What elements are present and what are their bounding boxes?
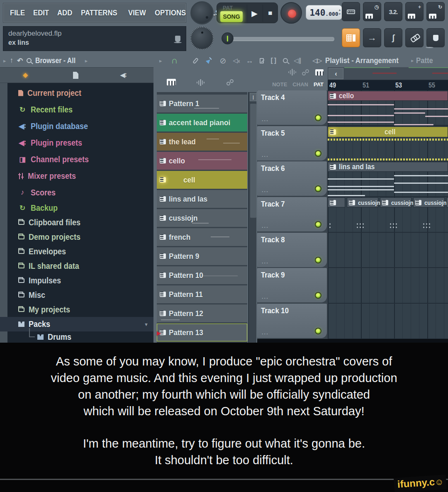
master-pitch-knob[interactable] [190,1,214,24]
pat-mode-label[interactable]: PAT [223,5,233,11]
smart-disable-button[interactable] [426,28,445,47]
track-header-10[interactable]: Track 10 ... [257,304,327,338]
pattern-list-scrollbar[interactable]: | [248,92,256,343]
clip-cussiojn[interactable]: cussiojn [413,197,445,207]
playlist-breadcrumb[interactable]: Playlist - Arrangement [325,56,399,65]
tab-pat[interactable]: PAT [314,81,324,88]
track-menu-dots[interactable]: ... [262,258,269,265]
main-volume-knob[interactable] [190,27,214,50]
stop-button[interactable]: ■ [263,5,278,22]
track-enable-led[interactable] [315,328,321,334]
piano-view-icon[interactable] [167,79,176,85]
track-enable-led[interactable] [315,257,321,263]
pattern-row-6[interactable]: lins and las [157,190,247,208]
chevron-down-icon[interactable]: ▼ [144,322,149,327]
clip-lins-and-las[interactable]: lins and las [328,162,448,197]
browser-item-drums[interactable]: Drums [7,331,153,343]
browser-item-packs[interactable]: Packs ▼ [0,317,153,331]
up-arrow-icon[interactable]: ↑ [10,56,14,65]
browser-item-impulses[interactable]: Impulses [7,273,153,288]
typing-keyboard-to-piano-button[interactable] [342,2,360,21]
track-header-5[interactable]: Track 5 ... [257,126,327,161]
track-menu-dots[interactable]: ... [262,329,269,336]
tab-note[interactable]: NOTE [272,81,287,88]
track-menu-dots[interactable]: ... [262,187,269,193]
browser-item-my-projects[interactable]: My projects [7,302,153,317]
track-enable-led[interactable] [315,185,321,192]
slip-tool-icon[interactable]: ↔ [246,56,253,65]
track-header-8[interactable]: Track 8 ... [257,233,327,267]
delete-tool-icon[interactable]: ⊘ [219,56,226,66]
spin-up-icon[interactable]: ▲ [339,8,341,12]
track-header-7[interactable]: Track 7 ... [257,197,327,231]
menu-edit[interactable]: EDIT [33,8,49,17]
plugins-tab-icon[interactable]: ◀∶ [120,71,127,79]
overview-toggle-button[interactable] [342,28,360,47]
clip-cello[interactable]: cello [328,91,448,126]
loop-record-button[interactable]: + [405,2,424,21]
select-tool-icon[interactable]: [] [270,57,276,64]
pattern-row-10[interactable]: Pattern 10 [157,266,247,284]
track-enable-led[interactable] [315,221,321,228]
pattern-scroll-button[interactable]: | [250,93,257,101]
track-header-6[interactable]: Track 6 ... [257,161,327,196]
paint-tool-icon[interactable] [206,58,212,63]
browser-item-plugin-database[interactable]: ◀∶ Plugin database [7,118,153,134]
track-header-4[interactable]: Track 4 ... [257,90,327,125]
search-icon[interactable] [27,58,32,63]
zoom-tool-icon[interactable] [283,58,288,63]
pattern-row-4[interactable]: cello [157,152,247,170]
tempo-spinner[interactable]: ▲ ▼ [339,8,341,16]
browser-item-mixer-presets[interactable]: Mixer presets [7,168,153,184]
undo-arrow-icon[interactable]: ↶ [17,56,23,65]
spin-down-icon[interactable]: ▼ [339,12,341,16]
playback-tool-icon[interactable]: ◁∥ [294,57,302,64]
waveform-tab-icon[interactable] [288,69,296,76]
draw-tool-icon[interactable] [192,57,199,64]
waveform-view-icon[interactable] [197,79,205,86]
pattern-row-8[interactable]: french [157,228,247,246]
plugin-picker-icon[interactable] [175,36,180,42]
playlist-hscrollbar[interactable]: ‹ [328,67,448,80]
collapse-arrow-icon[interactable]: ▸ [3,58,6,64]
browser-item-envelopes[interactable]: Envelopes [7,244,153,259]
main-pitch-slider-handle[interactable] [222,32,234,44]
clip-group-cussiojn[interactable]: cussiojn cussiojn cussiojn [328,197,448,232]
track-menu-dots[interactable]: ... [262,116,269,122]
browser-item-plugin-presets[interactable]: ◀∶ Plugin presets [7,134,153,151]
song-mode-button[interactable]: SONG [220,11,243,22]
pattern-row-1[interactable]: Pattern 1 [157,95,247,112]
pattern-row-9[interactable]: Pattern 9 [157,247,247,265]
tempo-display[interactable]: 140 .000 ▲ ▼ [306,5,342,20]
pattern-row-11[interactable]: Pattern 11 [157,285,247,303]
tab-chan[interactable]: CHAN [292,81,308,88]
piano-tab-icon[interactable] [315,69,324,76]
menu-file[interactable]: FILE [10,8,25,17]
clip-cussiojn[interactable]: cussiojn [380,197,411,207]
plugin-sparkle-icon[interactable]: ◆ [23,71,28,79]
browser-item-demo-projects[interactable]: Demo projects [7,230,153,244]
menu-patterns[interactable]: PATTERNS [81,8,117,17]
browser-item-scores[interactable]: ♪ Scores [7,184,153,201]
browser-item-il-shared-data[interactable]: IL shared data [7,259,153,273]
pattern-row-13-selected[interactable]: ▶ Pattern 13 [157,324,247,341]
browser-item-current-project[interactable]: Current project [7,85,153,101]
track-enable-led[interactable] [315,114,321,121]
record-button[interactable] [280,2,302,24]
track-header-9[interactable]: Track 9 ... [257,268,327,302]
browser-item-misc[interactable]: Misc [7,288,153,302]
auto-scroll-button[interactable]: → [363,28,381,47]
magnet-snap-icon[interactable]: ∩ [171,55,178,66]
browser-item-channel-presets[interactable]: ◨ Channel presets [7,151,153,168]
playlist-timeline[interactable]: 49 51 53 55 [328,80,448,90]
pattern-row-12[interactable]: Pattern 12 [157,304,247,322]
menu-view[interactable]: VIEW [128,8,146,17]
menu-options[interactable]: OPTIONS [155,8,186,17]
track-enable-led[interactable] [315,292,321,299]
track-enable-led[interactable] [315,150,321,157]
menu-add[interactable]: ADD [57,8,72,17]
track-menu-dots[interactable]: ... [262,223,269,229]
multilink-controllers-button[interactable] [405,28,424,47]
browser-item-recent-files[interactable]: ↻ Recent files [7,101,153,118]
pattern-row-5[interactable]: cell [157,171,247,189]
